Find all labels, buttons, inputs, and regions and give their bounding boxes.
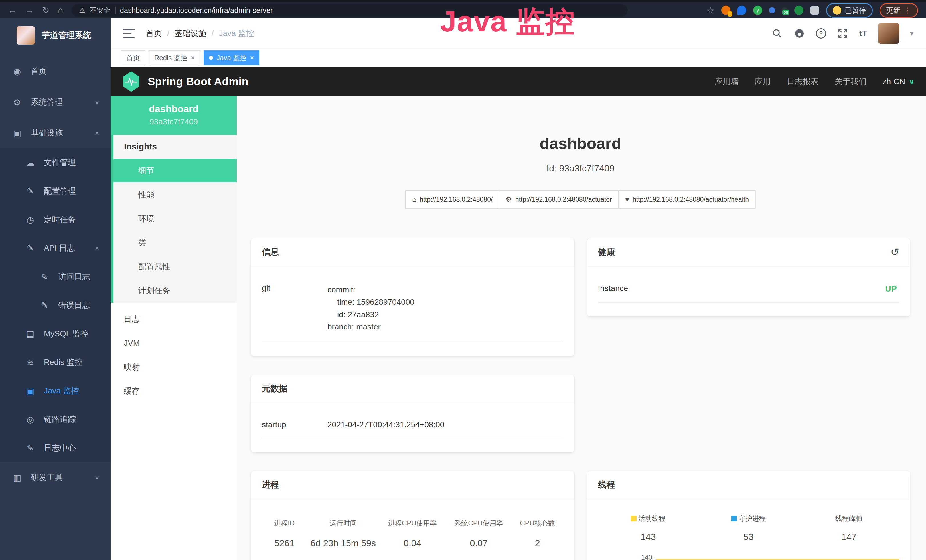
browser-home-icon[interactable]: ⌂ bbox=[58, 6, 63, 15]
sba-menu-jvm[interactable]: JVM bbox=[110, 331, 237, 355]
health-url-button[interactable]: ♥ http://192.168.0.2:48080/actuator/heal… bbox=[619, 190, 756, 209]
sba-menu-scheduled-tasks[interactable]: 计划任务 bbox=[113, 279, 237, 303]
extension-grid-icon[interactable] bbox=[769, 8, 775, 13]
page-title: dashboard bbox=[251, 134, 910, 153]
sidebar-item-devtools[interactable]: ▥ 研发工具 ∨ bbox=[0, 462, 110, 493]
live-threads-swatch bbox=[631, 516, 637, 522]
info-card-title: 信息 bbox=[251, 238, 574, 266]
extension-pin-icon[interactable] bbox=[737, 6, 746, 15]
instance-id-line: Id: 93a3fc7f7409 bbox=[251, 163, 910, 174]
bookmark-star-icon[interactable]: ☆ bbox=[707, 5, 714, 15]
sba-sidebar: dashboard 93a3fc7f7409 Insights 细节 性能 环境… bbox=[110, 96, 237, 560]
font-size-icon[interactable]: tT bbox=[859, 29, 867, 38]
sba-menu-classes[interactable]: 类 bbox=[113, 231, 237, 255]
tab-redis[interactable]: Redis 监控 × bbox=[149, 50, 200, 65]
tags-view: 首页 Redis 监控 × Java 监控 × bbox=[110, 48, 926, 67]
help-icon[interactable]: ? bbox=[816, 28, 826, 38]
sba-menu-mappings[interactable]: 映射 bbox=[110, 355, 237, 379]
update-button[interactable]: 更新 ⋮ bbox=[879, 3, 918, 18]
close-icon[interactable]: × bbox=[250, 54, 254, 62]
app-brand[interactable]: 芋道管理系统 bbox=[0, 18, 110, 56]
sba-title[interactable]: Spring Boot Admin bbox=[148, 76, 248, 88]
navbar-actions: ? tT ▾ bbox=[772, 23, 914, 44]
sba-menu-metrics[interactable]: 性能 bbox=[113, 183, 237, 207]
sba-nav-journal[interactable]: 日志报表 bbox=[787, 76, 819, 87]
sidebar-item-log-center[interactable]: ✎ 日志中心 bbox=[0, 434, 110, 462]
eye-icon: ◎ bbox=[25, 415, 35, 424]
sidebar-item-java[interactable]: ▣ Java 监控 bbox=[0, 377, 110, 405]
sidebar-item-config[interactable]: ✎ 配置管理 bbox=[0, 177, 110, 206]
spring-boot-admin-logo[interactable] bbox=[122, 71, 140, 92]
tab-home[interactable]: 首页 bbox=[121, 50, 145, 65]
admin-navbar: 首页 / 基础设施 / Java 监控 ? bbox=[110, 18, 926, 48]
fullscreen-icon[interactable] bbox=[837, 28, 849, 39]
browser-menu-icon[interactable]: ⋮ bbox=[904, 6, 911, 15]
search-icon[interactable] bbox=[772, 28, 783, 39]
sidebar-item-infra[interactable]: ▣ 基础设施 ∧ bbox=[0, 118, 110, 148]
live-threads-value: 143 bbox=[598, 532, 698, 542]
extension-orange-icon[interactable]: 1 bbox=[721, 6, 730, 15]
app-logo bbox=[17, 26, 35, 44]
sidebar-item-home[interactable]: ◉ 首页 bbox=[0, 56, 110, 87]
sidebar-item-system[interactable]: ⚙ 系统管理 ∨ bbox=[0, 87, 110, 118]
sidebar-item-jobs[interactable]: ◷ 定时任务 bbox=[0, 206, 110, 234]
sidebar-item-redis[interactable]: ≋ Redis 监控 bbox=[0, 348, 110, 377]
sba-menu-details[interactable]: 细节 bbox=[113, 159, 237, 183]
metadata-startup-row: startup 2021-04-27T00:44:31.254+08:00 bbox=[262, 412, 563, 439]
close-icon[interactable]: × bbox=[191, 54, 195, 62]
app-title: 芋道管理系统 bbox=[42, 30, 91, 41]
warning-icon: ⚠ bbox=[79, 6, 85, 14]
user-menu-caret-icon[interactable]: ▾ bbox=[910, 29, 914, 37]
history-icon[interactable]: ↺ bbox=[891, 246, 899, 258]
info-key: git bbox=[262, 283, 327, 333]
sidebar-item-label: Java 监控 bbox=[44, 385, 79, 396]
sba-menu-caches[interactable]: 缓存 bbox=[110, 379, 237, 403]
user-avatar[interactable] bbox=[878, 23, 899, 44]
git-time-line: time: 1596289704000 bbox=[327, 296, 563, 308]
forward-icon[interactable]: → bbox=[25, 6, 34, 15]
sba-menu-logfile[interactable]: 日志 bbox=[110, 307, 237, 331]
actuator-url-button[interactable]: ⚙ http://192.168.0.2:48080/actuator bbox=[499, 190, 619, 209]
tab-java[interactable]: Java 监控 × bbox=[204, 50, 259, 65]
process-proc-cpu: 0.04 bbox=[379, 531, 445, 551]
sidebar-item-mysql[interactable]: ▤ MySQL 监控 bbox=[0, 319, 110, 348]
reload-icon[interactable]: ↻ bbox=[42, 6, 49, 15]
info-git-row: git commit: time: 1596289704000 id: 27aa… bbox=[262, 275, 563, 342]
sidebar-item-files[interactable]: ☁ 文件管理 bbox=[0, 148, 110, 177]
sidebar-item-label: MySQL 监控 bbox=[44, 328, 88, 339]
sba-menu-environment[interactable]: 环境 bbox=[113, 207, 237, 231]
breadcrumb-home[interactable]: 首页 bbox=[146, 28, 162, 39]
sidebar-item-label: 访问日志 bbox=[58, 271, 90, 282]
profile-paused-chip[interactable]: 已暂停 bbox=[826, 3, 873, 18]
sidebar-item-access-log[interactable]: ✎ 访问日志 bbox=[0, 262, 110, 291]
extension-on-icon[interactable]: on bbox=[782, 8, 787, 13]
extension-y-icon[interactable]: y bbox=[753, 6, 762, 15]
sba-nav-about[interactable]: 关于我们 bbox=[835, 76, 867, 87]
daemon-threads-label: 守护进程 bbox=[738, 514, 766, 523]
github-icon[interactable] bbox=[794, 28, 805, 39]
url-text[interactable]: dashboard.yudao.iocoder.cn/infra/admin-s… bbox=[120, 6, 273, 15]
extension-leaf-icon[interactable] bbox=[794, 6, 803, 15]
back-icon[interactable]: ← bbox=[8, 6, 17, 15]
chevron-down-icon: ∨ bbox=[909, 77, 915, 86]
sidebar-item-api-log[interactable]: ✎ API 日志 ∧ bbox=[0, 234, 110, 262]
git-branch-line: branch: master bbox=[327, 321, 563, 333]
sidebar-item-error-log[interactable]: ✎ 错误日志 bbox=[0, 291, 110, 319]
extensions-puzzle-icon[interactable] bbox=[810, 6, 819, 15]
sba-header: Spring Boot Admin 应用墙 应用 日志报表 关于我们 zh-CN… bbox=[110, 67, 926, 96]
log-icon: ✎ bbox=[39, 272, 50, 282]
security-label[interactable]: 不安全 bbox=[90, 6, 110, 15]
locale-label: zh-CN bbox=[883, 77, 905, 86]
sba-locale-select[interactable]: zh-CN ∨ bbox=[883, 77, 915, 86]
hamburger-icon[interactable] bbox=[123, 29, 135, 38]
service-url-button[interactable]: ⌂ http://192.168.0.2:48080/ bbox=[405, 190, 499, 209]
sba-nav-wallboard[interactable]: 应用墙 bbox=[715, 76, 739, 87]
profile-avatar-icon bbox=[833, 6, 841, 15]
sidebar-item-tracing[interactable]: ◎ 链路追踪 bbox=[0, 405, 110, 434]
sba-nav-applications[interactable]: 应用 bbox=[755, 76, 771, 87]
breadcrumb-separator: / bbox=[167, 29, 169, 38]
address-bar[interactable]: ⚠ 不安全 dashboard.yudao.iocoder.cn/infra/a… bbox=[71, 4, 628, 17]
breadcrumb-infra[interactable]: 基础设施 bbox=[174, 28, 206, 39]
window-top-edge bbox=[0, 0, 926, 2]
sba-menu-config-props[interactable]: 配置属性 bbox=[113, 255, 237, 279]
